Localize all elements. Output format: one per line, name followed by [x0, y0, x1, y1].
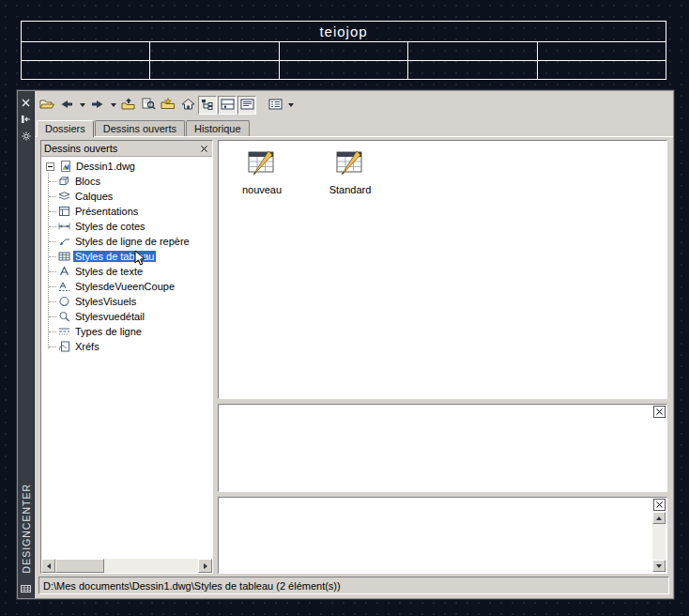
close-description-button[interactable] — [653, 499, 666, 511]
tree-pane-title: Dessins ouverts — [44, 143, 117, 154]
scroll-up-button[interactable] — [652, 512, 666, 524]
block-icon — [57, 176, 71, 188]
tree-item-styles-de-texte[interactable]: Styles de texte — [41, 264, 212, 279]
tree-item-styles-visuels[interactable]: StylesVisuels — [41, 294, 212, 309]
scrollbar-thumb[interactable] — [55, 559, 104, 573]
drawing-table-title: teiojop — [22, 22, 666, 42]
description-toggle-button[interactable] — [237, 96, 256, 115]
drawing-table: teiojop — [21, 21, 666, 80]
content-item-label: nouveau — [242, 184, 282, 195]
drawing-table-cell — [150, 42, 279, 60]
content-item-standard[interactable]: Standard — [313, 148, 388, 195]
tree-item-styles-de-tableau[interactable]: Styles de tableau — [41, 249, 212, 264]
favorites-button[interactable] — [159, 96, 177, 115]
linetype-icon — [57, 326, 71, 338]
tree-toggle-icon — [201, 97, 215, 114]
autocad-canvas: teiojop DESIGN — [0, 0, 689, 616]
drawing-table-cell — [22, 61, 150, 79]
forward-dropdown[interactable] — [108, 95, 118, 116]
description-scrollbar[interactable] — [652, 512, 666, 572]
drawing-table-cell — [408, 42, 537, 60]
back-dropdown[interactable] — [77, 95, 87, 116]
xref-icon — [57, 341, 71, 353]
scroll-right-button[interactable] — [198, 559, 212, 573]
drawing-table-cell — [150, 61, 279, 79]
tree-root-dessin1[interactable]: Dessin1.dwg — [41, 159, 212, 174]
autohide-icon[interactable] — [21, 114, 32, 125]
up-folder-icon — [121, 97, 136, 114]
tree-item-styles-de-ligne-de-repere[interactable]: Styles de ligne de repère — [41, 234, 212, 249]
tree-item-xrefs[interactable]: Xréfs — [41, 339, 212, 354]
chevron-down-icon — [288, 103, 294, 107]
tree-item-types-de-ligne[interactable]: Types de ligne — [41, 324, 212, 339]
preview-pane — [218, 404, 667, 492]
close-tree-button[interactable] — [198, 143, 209, 154]
up-button[interactable] — [119, 96, 138, 115]
dimension-style-icon — [57, 221, 71, 233]
tree-item-presentations[interactable]: Présentations — [41, 204, 212, 219]
status-bar: D:\Mes documents\Dessin1.dwg\Styles de t… — [38, 577, 669, 594]
drawing-table-row — [22, 42, 666, 60]
detail-view-style-icon — [57, 311, 71, 323]
views-button[interactable] — [266, 96, 284, 115]
drawing-table-cell — [280, 61, 408, 79]
status-text: D:\Mes documents\Dessin1.dwg\Styles de t… — [43, 580, 341, 592]
scroll-left-button[interactable] — [41, 559, 55, 573]
search-icon — [142, 97, 156, 114]
tree-item-styles-vue-detail[interactable]: Stylesvuedétail — [41, 309, 212, 324]
text-style-icon — [57, 266, 71, 278]
forward-arrow-icon — [91, 97, 104, 114]
preview-toggle-icon — [221, 97, 235, 114]
properties-icon[interactable] — [21, 131, 32, 142]
arrow-left-icon — [47, 563, 51, 569]
tree-horizontal-scrollbar[interactable] — [41, 558, 212, 573]
forward-button[interactable] — [88, 96, 107, 115]
layout-icon — [57, 206, 71, 218]
close-icon[interactable] — [21, 97, 32, 108]
arrow-down-icon — [656, 564, 662, 568]
tree-root-label: Dessin1.dwg — [74, 161, 137, 172]
tree-item-styles-de-cotes[interactable]: Styles de cotes — [41, 219, 212, 234]
scroll-down-button[interactable] — [652, 560, 666, 572]
drawing-table-cell — [538, 42, 666, 60]
scrollbar-track[interactable] — [652, 524, 666, 560]
tree-item-calques[interactable]: Calques — [41, 189, 212, 204]
tree-toggle-button[interactable] — [198, 96, 217, 115]
tree-item-styles-vue-en-coupe[interactable]: StylesdeVueenCoupe — [41, 279, 212, 294]
layers-icon — [57, 191, 71, 203]
content-item-label: Standard — [329, 184, 372, 195]
preview-toggle-button[interactable] — [218, 96, 237, 115]
tree-pane: Dessins ouverts — [40, 140, 213, 574]
table-style-item-icon — [334, 148, 366, 180]
collapse-toggle[interactable] — [45, 161, 55, 173]
close-preview-button[interactable] — [653, 406, 666, 418]
tab-dessins-ouverts[interactable]: Dessins ouverts — [95, 120, 185, 136]
load-button[interactable] — [38, 96, 56, 115]
back-button[interactable] — [57, 96, 76, 115]
views-dropdown[interactable] — [285, 95, 296, 116]
home-button[interactable] — [178, 96, 197, 115]
description-pane — [218, 497, 667, 574]
back-arrow-icon — [60, 97, 73, 114]
drawing-table-cell — [22, 42, 150, 60]
chevron-down-icon — [111, 103, 116, 107]
tree-view[interactable]: Dessin1.dwg Blocs Calques — [41, 157, 212, 558]
dwg-file-icon — [58, 161, 72, 173]
drawing-table-cell — [408, 61, 537, 79]
favorites-icon — [161, 97, 176, 114]
scrollbar-track[interactable] — [104, 559, 198, 573]
palette-titlebar[interactable]: DESIGNCENTER — [18, 91, 35, 598]
drawing-table-cell — [538, 61, 666, 79]
search-button[interactable] — [139, 96, 158, 115]
arrow-up-icon — [656, 516, 662, 520]
designcenter-toolbar — [35, 91, 673, 118]
table-style-item-icon — [246, 148, 278, 180]
table-style-icon — [57, 251, 71, 263]
tree-item-blocs[interactable]: Blocs — [41, 174, 212, 189]
tree-pane-header: Dessins ouverts — [41, 141, 212, 157]
tab-dossiers[interactable]: Dossiers — [37, 120, 94, 137]
content-item-nouveau[interactable]: nouveau — [224, 148, 299, 195]
tab-historique[interactable]: Historique — [186, 120, 250, 136]
content-pane[interactable]: nouveau Standard — [218, 140, 667, 399]
chevron-down-icon — [80, 103, 85, 107]
